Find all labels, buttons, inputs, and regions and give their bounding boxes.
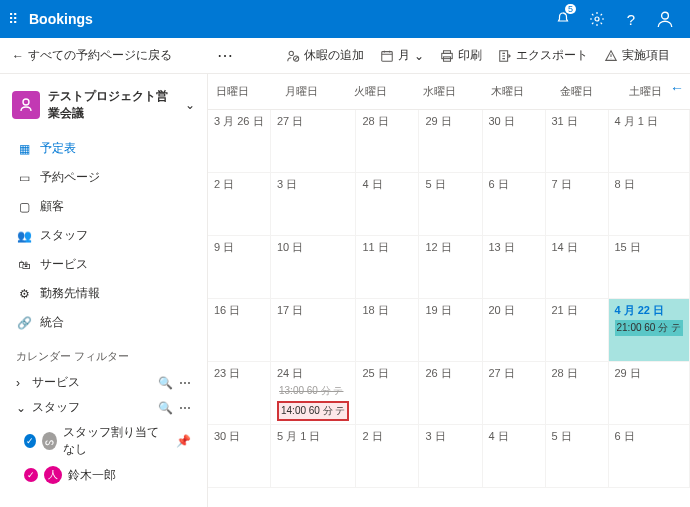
filter-staff-toggle[interactable]: ⌄ スタッフ 🔍 ⋯ xyxy=(0,395,207,420)
back-link[interactable]: ← すべての予約ページに戻る xyxy=(12,47,172,64)
chevron-right-icon: › xyxy=(16,376,26,390)
weekday-header: 日曜日月曜日火曜日水曜日木曜日金曜日土曜日 xyxy=(208,74,690,110)
day-cell[interactable]: 3 月 26 日 xyxy=(208,110,271,173)
day-cell[interactable]: 24 日 13:00 60 分 テ 14:00 60 分 テ xyxy=(271,362,356,425)
day-cell[interactable]: 19 日 xyxy=(419,299,482,362)
sidebar-item-services[interactable]: 🛍サービス xyxy=(0,250,207,279)
svg-point-9 xyxy=(23,99,29,105)
day-cell[interactable]: 13 日 xyxy=(483,236,546,299)
svg-point-2 xyxy=(289,51,293,55)
checked-icon: ✓ xyxy=(24,468,38,482)
more-button[interactable]: ⋯ xyxy=(209,46,242,65)
collapse-panel-button[interactable]: ← xyxy=(670,80,684,96)
day-cell[interactable]: 5 月 1 日 xyxy=(271,425,356,488)
day-cell[interactable]: 3 日 xyxy=(271,173,356,236)
account-button[interactable] xyxy=(648,0,682,38)
sidebar: テストプロジェクト営業会議 ⌄ ▦予定表 ▭予約ページ ▢顧客 👥スタッフ 🛍サ… xyxy=(0,74,208,507)
export-button[interactable]: エクスポート xyxy=(490,38,596,74)
day-cell[interactable]: 7 日 xyxy=(546,173,609,236)
pin-icon[interactable]: 📌 xyxy=(176,434,191,448)
project-selector[interactable]: テストプロジェクト営業会議 ⌄ xyxy=(0,82,207,134)
export-icon xyxy=(498,49,512,63)
app-title: Bookings xyxy=(29,11,546,27)
day-cell[interactable]: 10 日 xyxy=(271,236,356,299)
sidebar-item-schedule[interactable]: ▦予定表 xyxy=(0,134,207,163)
waffle-icon[interactable]: ⠿ xyxy=(8,11,17,27)
day-cell[interactable]: 4 月 1 日 xyxy=(609,110,690,173)
day-cell[interactable]: 25 日 xyxy=(356,362,419,425)
sidebar-item-integrations[interactable]: 🔗統合 xyxy=(0,308,207,337)
more-icon[interactable]: ⋯ xyxy=(179,401,191,415)
staff-row-member[interactable]: ✓ 人 鈴木一郎 xyxy=(0,462,207,488)
event-cancelled[interactable]: 13:00 60 分 テ xyxy=(277,383,349,399)
day-cell[interactable]: 6 日 xyxy=(483,173,546,236)
day-cell[interactable]: 5 日 xyxy=(419,173,482,236)
avatar: 人 xyxy=(44,466,62,484)
day-cell[interactable]: 18 日 xyxy=(356,299,419,362)
more-icon[interactable]: ⋯ xyxy=(179,376,191,390)
day-cell[interactable]: 2 日 xyxy=(356,425,419,488)
day-cell[interactable]: 28 日 xyxy=(356,110,419,173)
day-cell[interactable]: 16 日 xyxy=(208,299,271,362)
staff-row-unassigned[interactable]: ✓ ᔕ スタッフ割り当てなし 📌 xyxy=(0,420,207,462)
day-cell[interactable]: 23 日 xyxy=(208,362,271,425)
event-highlighted[interactable]: 14:00 60 分 テ xyxy=(277,401,349,421)
day-cell[interactable]: 4 日 xyxy=(483,425,546,488)
chevron-down-icon: ⌄ xyxy=(185,98,195,112)
help-button[interactable]: ? xyxy=(614,0,648,38)
day-cell[interactable]: 21 日 xyxy=(546,299,609,362)
person-block-icon xyxy=(286,49,300,63)
day-cell[interactable]: 2 日 xyxy=(208,173,271,236)
sidebar-item-business-info[interactable]: ⚙勤務先情報 xyxy=(0,279,207,308)
avatar: ᔕ xyxy=(42,432,57,450)
day-cell[interactable]: 31 日 xyxy=(546,110,609,173)
day-cell[interactable]: 14 日 xyxy=(546,236,609,299)
day-cell[interactable]: 26 日 xyxy=(419,362,482,425)
settings-button[interactable] xyxy=(580,0,614,38)
day-cell[interactable]: 30 日 xyxy=(483,110,546,173)
day-cell[interactable]: 5 日 xyxy=(546,425,609,488)
day-cell[interactable]: 29 日 xyxy=(419,110,482,173)
day-cell[interactable]: 3 日 xyxy=(419,425,482,488)
chevron-down-icon: ⌄ xyxy=(414,49,424,63)
sidebar-item-booking-page[interactable]: ▭予約ページ xyxy=(0,163,207,192)
chevron-down-icon: ⌄ xyxy=(16,401,26,415)
filter-title: カレンダー フィルター xyxy=(0,337,207,370)
notifications-button[interactable]: 5 xyxy=(546,0,580,38)
warning-icon xyxy=(604,49,618,63)
day-cell-today[interactable]: 4 月 22 日 21:00 60 分 テ xyxy=(609,299,690,362)
day-cell[interactable]: 8 日 xyxy=(609,173,690,236)
day-cell[interactable]: 9 日 xyxy=(208,236,271,299)
day-cell[interactable]: 20 日 xyxy=(483,299,546,362)
print-icon xyxy=(440,49,454,63)
sidebar-item-customers[interactable]: ▢顧客 xyxy=(0,192,207,221)
day-cell[interactable]: 6 日 xyxy=(609,425,690,488)
filter-services-toggle[interactable]: › サービス 🔍 ⋯ xyxy=(0,370,207,395)
day-cell[interactable]: 11 日 xyxy=(356,236,419,299)
day-cell[interactable]: 15 日 xyxy=(609,236,690,299)
day-cell[interactable]: 27 日 xyxy=(483,362,546,425)
day-cell[interactable]: 4 日 xyxy=(356,173,419,236)
day-cell[interactable]: 27 日 xyxy=(271,110,356,173)
calendar-view: ← 日曜日月曜日火曜日水曜日木曜日金曜日土曜日 3 月 26 日 27 日 28… xyxy=(208,74,690,507)
day-cell[interactable]: 12 日 xyxy=(419,236,482,299)
add-timeoff-button[interactable]: 休暇の追加 xyxy=(278,38,372,74)
checked-icon: ✓ xyxy=(24,434,36,448)
project-icon xyxy=(12,91,40,119)
month-dropdown[interactable]: 月 ⌄ xyxy=(372,38,432,74)
day-cell[interactable]: 28 日 xyxy=(546,362,609,425)
day-cell[interactable]: 29 日 xyxy=(609,362,690,425)
svg-point-1 xyxy=(662,12,669,19)
day-cell[interactable]: 30 日 xyxy=(208,425,271,488)
day-cell[interactable]: 17 日 xyxy=(271,299,356,362)
calendar-icon xyxy=(380,49,394,63)
svg-point-0 xyxy=(595,17,599,21)
notif-badge: 5 xyxy=(565,4,576,14)
actions-button[interactable]: 実施項目 xyxy=(596,38,678,74)
event[interactable]: 21:00 60 分 テ xyxy=(615,320,683,336)
sidebar-item-staff[interactable]: 👥スタッフ xyxy=(0,221,207,250)
search-icon[interactable]: 🔍 xyxy=(158,376,173,390)
search-icon[interactable]: 🔍 xyxy=(158,401,173,415)
svg-rect-4 xyxy=(382,51,393,61)
print-button[interactable]: 印刷 xyxy=(432,38,490,74)
